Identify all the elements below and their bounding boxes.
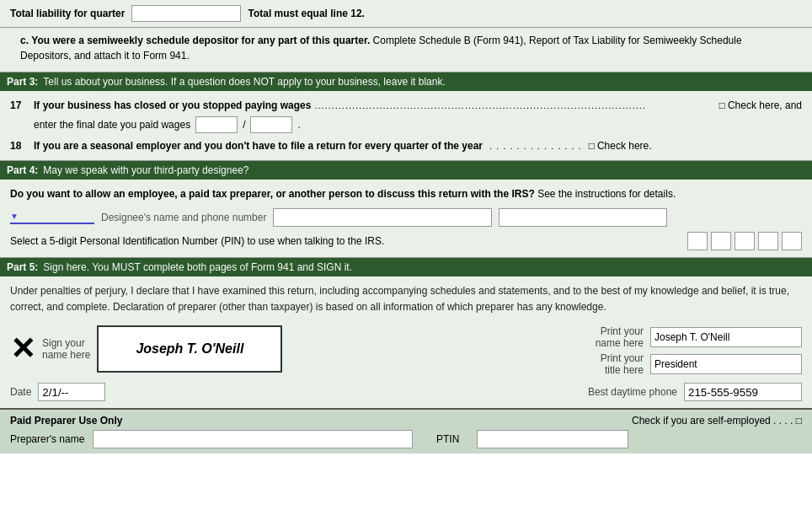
part5-header: Part 5: Sign here. You MUST complete bot… — [0, 258, 812, 276]
date-input[interactable] — [38, 383, 105, 401]
x-mark: ✕ — [10, 334, 35, 364]
must-equal-label: Total must equal line 12. — [248, 8, 364, 19]
sign-label-line1: Sign your — [42, 337, 85, 349]
part5-label: Part 5: — [7, 261, 38, 273]
section-c-letter: c. — [20, 35, 29, 46]
row-17: 17 If your business has closed or you st… — [10, 96, 802, 115]
section-c-bold: You were a semiweekly schedule depositor… — [31, 35, 370, 46]
bottom-date-phone-row: Date Best daytime phone — [10, 383, 802, 401]
sign-area: ✕ Sign your name here Joseph T. O'Neill … — [10, 325, 802, 376]
part4-intro: Do you want to allow an employee, a paid… — [10, 186, 802, 201]
print-title-label2: title here — [585, 364, 644, 376]
row17-date-label: enter the final date you paid wages — [34, 119, 190, 131]
total-liability-label: Total liability for quarter — [10, 8, 125, 19]
pin-box-5[interactable] — [782, 232, 802, 250]
pin-box-1[interactable] — [687, 232, 708, 250]
total-liability-input[interactable] — [131, 5, 241, 22]
part4-content: Do you want to allow an employee, a paid… — [0, 180, 812, 258]
row18-text: If you are a seasonal employer and you d… — [34, 140, 483, 152]
print-name-input[interactable] — [650, 327, 802, 347]
part4-title: May we speak with your third-party desig… — [43, 164, 248, 176]
form-941-page: Total liability for quarter Total must e… — [0, 0, 812, 454]
row-18: 18 If you are a seasonal employer and yo… — [10, 137, 802, 155]
row17-date-row: enter the final date you paid wages / . — [10, 115, 802, 137]
phone-label: Best daytime phone — [588, 386, 677, 398]
designee-phone-input[interactable] — [499, 208, 667, 227]
part5-content: Under penalties of perjury, I declare th… — [0, 276, 812, 408]
print-name-label1: Print your — [585, 325, 644, 337]
signature-value: Joseph T. O'Neill — [136, 341, 243, 357]
sign-label-block: Sign your name here — [42, 337, 90, 361]
section-c: c. You were a semiweekly schedule deposi… — [0, 28, 812, 72]
total-liability-section: Total liability for quarter Total must e… — [0, 0, 812, 28]
pin-label: Select a 5-digit Personal Identification… — [10, 235, 682, 247]
part3-content: 17 If your business has closed or you st… — [0, 91, 812, 161]
ptin-label: PTIN — [436, 433, 470, 445]
print-title-label: Print your title here — [585, 352, 644, 376]
signature-box[interactable]: Joseph T. O'Neill — [97, 325, 282, 373]
phone-input[interactable] — [684, 383, 802, 401]
self-employed-check[interactable]: Check if you are self-employed . . . . □ — [632, 415, 802, 427]
row18-check-box[interactable]: □ Check here. — [589, 140, 652, 152]
row18-num: 18 — [10, 140, 27, 152]
pin-box-2[interactable] — [711, 232, 731, 250]
perjury-text: Under penalties of perjury, I declare th… — [10, 283, 802, 315]
dropdown-arrow-icon: ▼ — [10, 212, 19, 221]
part4-intro-bold: Do you want to allow an employee, a paid… — [10, 188, 535, 200]
paid-preparer-header: Paid Preparer Use Only Check if you are … — [10, 415, 802, 427]
date-section: Date — [10, 383, 105, 401]
sign-right-block: Print your name here Print your title he… — [585, 325, 802, 376]
preparer-name-label: Preparer's name — [10, 433, 86, 445]
paid-preparer-title: Paid Preparer Use Only — [10, 415, 145, 427]
preparer-name-input[interactable] — [93, 430, 413, 448]
paid-preparer-section: Paid Preparer Use Only Check if you are … — [0, 408, 812, 454]
pin-box-4[interactable] — [758, 232, 778, 250]
row18-check-text: Check here. — [597, 140, 652, 152]
print-name-label: Print your name here — [585, 325, 644, 349]
part3-label: Part 3: — [7, 76, 38, 88]
print-title-label1: Print your — [585, 352, 644, 364]
preparer-name-row: Preparer's name PTIN — [10, 430, 802, 448]
part4-header: Part 4: May we speak with your third-par… — [0, 161, 812, 180]
part5-title: Sign here. You MUST complete both pages … — [43, 261, 352, 273]
row17-check-box[interactable]: □ Check here, and — [719, 99, 802, 111]
designee-row: ▼ Designee's name and phone number — [10, 208, 802, 227]
row18-dots: . . . . . . . . . . . . . . — [486, 141, 585, 151]
part3-header: Part 3: Tell us about your business. If … — [0, 72, 812, 91]
phone-section: Best daytime phone — [588, 383, 802, 401]
part3-title: Tell us about your business. If a questi… — [43, 76, 445, 88]
designee-name-input[interactable] — [273, 208, 492, 227]
pin-row: Select a 5-digit Personal Identification… — [10, 232, 802, 250]
print-title-row: Print your title here — [585, 352, 802, 376]
designee-dropdown[interactable]: ▼ — [10, 212, 94, 224]
print-name-label2: name here — [585, 337, 644, 349]
row17-date-input1[interactable] — [195, 116, 238, 133]
row17-num: 17 — [10, 99, 27, 111]
date-label: Date — [10, 386, 31, 398]
designee-label: Designee's name and phone number — [101, 212, 266, 223]
print-name-row: Print your name here — [585, 325, 802, 349]
print-title-input[interactable] — [650, 354, 802, 374]
sign-label-line2: name here — [42, 349, 90, 361]
pin-box-3[interactable] — [735, 232, 755, 250]
row17-check-text: Check here, and — [728, 99, 802, 111]
sign-left: ✕ Sign your name here Joseph T. O'Neill — [10, 325, 282, 373]
row17-text: If your business has closed or you stopp… — [34, 99, 311, 111]
pin-boxes — [687, 232, 802, 250]
row17-dots: ........................................… — [314, 100, 715, 110]
row17-date-input2[interactable] — [250, 116, 292, 133]
ptin-input[interactable] — [477, 430, 628, 448]
part4-label: Part 4: — [7, 164, 38, 176]
part4-intro-end: See the instructions for details. — [537, 188, 676, 200]
